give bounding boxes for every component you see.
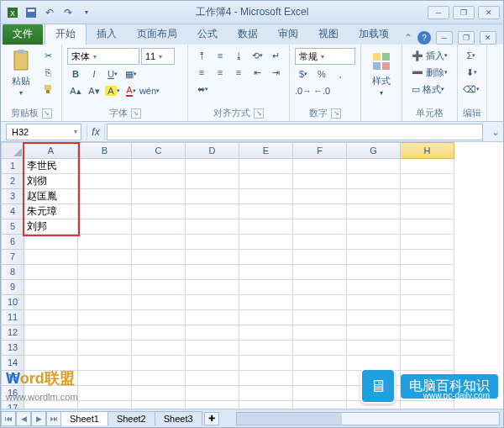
column-header-A[interactable]: A xyxy=(24,142,78,159)
cell-C11[interactable] xyxy=(132,310,186,325)
cell-D16[interactable] xyxy=(186,386,239,401)
cell-A1[interactable]: 李世民 xyxy=(24,159,78,174)
sheet-nav-last[interactable]: ⏭ xyxy=(46,411,61,426)
excel-icon[interactable]: X xyxy=(4,4,21,21)
cell-E10[interactable] xyxy=(239,295,293,310)
row-header-13[interactable]: 13 xyxy=(1,341,24,356)
restore-button[interactable]: ❐ xyxy=(453,6,475,19)
cell-E12[interactable] xyxy=(239,325,293,341)
decrease-indent-button[interactable]: ⇤ xyxy=(249,65,265,80)
italic-button[interactable]: I xyxy=(86,66,102,82)
cell-G7[interactable] xyxy=(347,250,401,265)
cell-A7[interactable] xyxy=(24,250,78,265)
cell-B15[interactable] xyxy=(78,371,132,386)
cell-B6[interactable] xyxy=(78,235,132,250)
select-all-button[interactable] xyxy=(1,142,24,159)
cell-E17[interactable] xyxy=(239,401,293,409)
cell-E5[interactable] xyxy=(239,219,293,235)
cell-B17[interactable] xyxy=(78,401,132,409)
grow-font-button[interactable]: A▴ xyxy=(67,83,84,98)
row-header-17[interactable]: 17 xyxy=(1,401,24,409)
cell-B2[interactable] xyxy=(78,174,132,189)
wrap-text-button[interactable]: ↵ xyxy=(267,48,284,63)
font-name-combo[interactable]: 宋体▾ xyxy=(67,48,139,65)
row-header-5[interactable]: 5 xyxy=(1,219,24,235)
align-bottom-button[interactable]: ⭳ xyxy=(230,48,247,63)
cut-icon[interactable]: ✂ xyxy=(39,48,56,63)
cell-H10[interactable] xyxy=(401,295,454,310)
cell-F9[interactable] xyxy=(293,280,347,295)
cell-A4[interactable]: 朱元璋 xyxy=(24,204,78,219)
tab-addins[interactable]: 加载项 xyxy=(349,24,399,45)
cell-G1[interactable] xyxy=(347,159,401,174)
clear-button[interactable]: ⌫▾ xyxy=(463,82,480,97)
row-header-3[interactable]: 3 xyxy=(1,189,24,204)
undo-icon[interactable]: ↶ xyxy=(41,4,58,21)
cell-E9[interactable] xyxy=(239,280,293,295)
minimize-ribbon-icon[interactable]: ⌃ xyxy=(404,32,412,44)
cell-B14[interactable] xyxy=(78,356,132,371)
cell-B10[interactable] xyxy=(78,295,132,310)
cell-C10[interactable] xyxy=(132,295,186,310)
close-button[interactable]: ✕ xyxy=(478,6,500,19)
cell-F3[interactable] xyxy=(293,189,347,204)
font-color-button[interactable]: A▾ xyxy=(123,83,139,98)
row-header-1[interactable]: 1 xyxy=(1,159,24,174)
row-header-4[interactable]: 4 xyxy=(1,204,24,219)
cell-A17[interactable] xyxy=(24,401,78,409)
fill-color-button[interactable]: A▾ xyxy=(104,83,121,98)
cell-C16[interactable] xyxy=(132,386,186,401)
cell-D8[interactable] xyxy=(186,265,239,280)
cell-E2[interactable] xyxy=(239,174,293,189)
cell-E6[interactable] xyxy=(239,235,293,250)
align-center-button[interactable]: ≡ xyxy=(212,65,228,80)
cell-H4[interactable] xyxy=(401,204,454,219)
cell-G9[interactable] xyxy=(347,280,401,295)
cell-B13[interactable] xyxy=(78,341,132,356)
cell-G5[interactable] xyxy=(347,219,401,235)
cell-E7[interactable] xyxy=(239,250,293,265)
sheet-tab-sheet3[interactable]: Sheet3 xyxy=(155,411,202,425)
cell-C5[interactable] xyxy=(132,219,186,235)
cell-D3[interactable] xyxy=(186,189,239,204)
column-header-B[interactable]: B xyxy=(78,142,132,159)
font-launcher[interactable]: ↘ xyxy=(131,108,141,119)
cell-C14[interactable] xyxy=(132,356,186,371)
cell-H6[interactable] xyxy=(401,235,454,250)
cell-D6[interactable] xyxy=(186,235,239,250)
cell-F1[interactable] xyxy=(293,159,347,174)
number-launcher[interactable]: ↘ xyxy=(331,108,341,119)
tab-home[interactable]: 开始 xyxy=(45,23,87,45)
tab-insert[interactable]: 插入 xyxy=(87,24,127,45)
tab-view[interactable]: 视图 xyxy=(308,24,349,45)
sheet-tab-sheet2[interactable]: Sheet2 xyxy=(108,411,155,425)
help-icon[interactable]: ? xyxy=(417,31,431,45)
cell-C15[interactable] xyxy=(132,371,186,386)
sheet-nav-first[interactable]: ⏮ xyxy=(1,411,16,426)
cell-H3[interactable] xyxy=(401,189,454,204)
cell-G12[interactable] xyxy=(347,325,401,341)
column-header-E[interactable]: E xyxy=(239,142,293,159)
cell-H9[interactable] xyxy=(401,280,454,295)
align-middle-button[interactable]: ≡ xyxy=(212,48,228,63)
phonetic-button[interactable]: wén▾ xyxy=(141,83,158,98)
row-header-10[interactable]: 10 xyxy=(1,295,24,310)
column-header-G[interactable]: G xyxy=(347,142,401,159)
align-right-button[interactable]: ≡ xyxy=(230,65,247,80)
decrease-decimal-button[interactable]: ←.0 xyxy=(313,83,330,98)
cell-B11[interactable] xyxy=(78,310,132,325)
sheet-tab-sheet1[interactable]: Sheet1 xyxy=(60,411,108,425)
font-size-combo[interactable]: 11▾ xyxy=(141,48,175,65)
clipboard-launcher[interactable]: ↘ xyxy=(42,108,52,119)
cell-B5[interactable] xyxy=(78,219,132,235)
cell-H2[interactable] xyxy=(401,174,454,189)
tab-formulas[interactable]: 公式 xyxy=(187,24,228,45)
column-header-F[interactable]: F xyxy=(293,142,347,159)
cell-B12[interactable] xyxy=(78,325,132,341)
copy-icon[interactable]: ⎘ xyxy=(39,65,56,80)
cell-A12[interactable] xyxy=(24,325,78,341)
cell-D11[interactable] xyxy=(186,310,239,325)
row-header-9[interactable]: 9 xyxy=(1,280,24,295)
cell-F5[interactable] xyxy=(293,219,347,235)
cell-B3[interactable] xyxy=(78,189,132,204)
